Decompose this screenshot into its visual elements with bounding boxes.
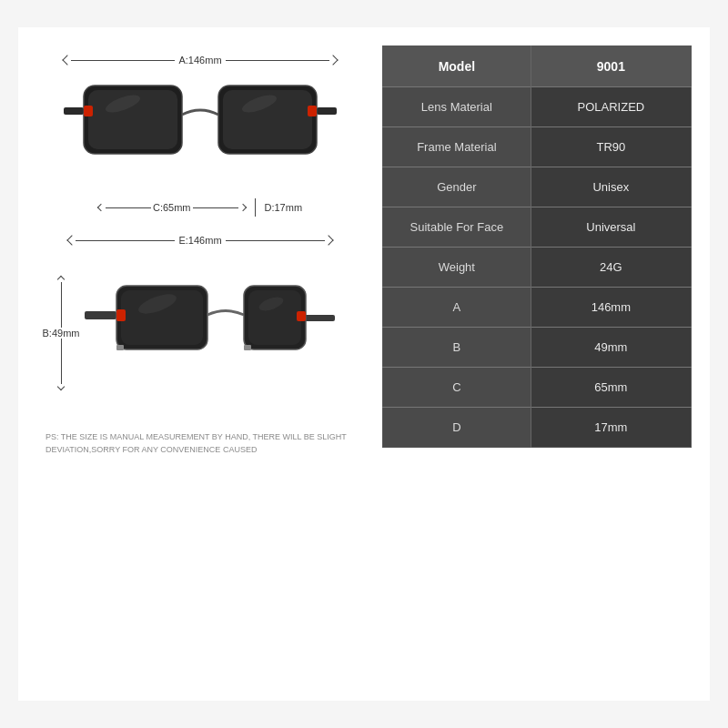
dimensions-cd-row: C:65mm D:17mm (98, 198, 302, 217)
left-diagram-panel: A:146mm (36, 46, 364, 682)
spec-table: Model9001Lens MaterialPOLARIZEDFrame Mat… (382, 46, 692, 448)
dimension-a-label: A:146mm (175, 55, 225, 66)
svg-rect-11 (303, 315, 335, 321)
spec-label: Suitable For Face (383, 207, 531, 248)
spec-label: Weight (383, 248, 531, 288)
spec-label: D (383, 408, 531, 448)
spec-row: B49mm (383, 328, 692, 368)
product-detail-page: A:146mm (18, 27, 710, 701)
spec-value: 9001 (531, 46, 691, 87)
spec-label: Gender (383, 167, 531, 207)
spec-value: TR90 (531, 127, 691, 167)
glasses-side-diagram (85, 268, 358, 413)
spec-label: Model (383, 46, 531, 87)
spec-value: Universal (531, 207, 691, 248)
spec-row: Suitable For FaceUniversal (383, 207, 692, 248)
spec-row: Frame MaterialTR90 (383, 127, 692, 167)
spec-table-panel: Model9001Lens MaterialPOLARIZEDFrame Mat… (382, 46, 692, 682)
spec-label: B (383, 328, 531, 368)
spec-row: C65mm (383, 368, 692, 408)
svg-rect-18 (116, 345, 124, 350)
spec-row: Weight24G (383, 248, 692, 288)
dimension-e-label: E:146mm (175, 235, 225, 246)
side-view-section: E:146mm B:49mm (36, 235, 364, 413)
spec-label: A (383, 288, 531, 328)
measurement-note: PS: THE SIZE IS MANUAL MEASUREMENT BY HA… (36, 431, 364, 456)
dimension-c-label: C:65mm (153, 202, 191, 213)
svg-rect-0 (64, 107, 84, 115)
spec-row: Lens MaterialPOLARIZED (383, 87, 692, 127)
dimension-d-label: D:17mm (265, 202, 303, 213)
spec-value: 49mm (531, 328, 691, 368)
svg-rect-6 (84, 106, 93, 116)
front-view-section: A:146mm (36, 55, 364, 217)
dimension-b-label: B:49mm (43, 328, 80, 339)
spec-value: Unisex (531, 167, 691, 207)
spec-row: D17mm (383, 408, 692, 448)
spec-value: 146mm (531, 288, 691, 328)
spec-value: 65mm (531, 368, 691, 408)
spec-value: 17mm (531, 408, 691, 448)
spec-label: Frame Material (383, 127, 531, 167)
svg-rect-19 (244, 345, 251, 350)
glasses-side-wrapper: B:49mm (43, 249, 359, 413)
svg-rect-17 (297, 311, 306, 321)
dimension-a-arrow: A:146mm (64, 55, 337, 66)
svg-rect-7 (308, 106, 317, 116)
spec-label: C (383, 368, 531, 408)
dimension-e-arrow: E:146mm (68, 235, 332, 246)
glasses-front-diagram (64, 69, 337, 197)
spec-value: 24G (531, 248, 691, 288)
svg-rect-10 (85, 311, 116, 319)
dimension-b-arrow: B:49mm (43, 249, 80, 389)
svg-rect-16 (116, 309, 126, 321)
spec-row: GenderUnisex (383, 167, 692, 207)
svg-rect-1 (317, 107, 337, 115)
spec-label: Lens Material (383, 87, 531, 127)
spec-row: A146mm (383, 288, 692, 328)
spec-row: Model9001 (383, 46, 692, 87)
spec-value: POLARIZED (531, 87, 691, 127)
